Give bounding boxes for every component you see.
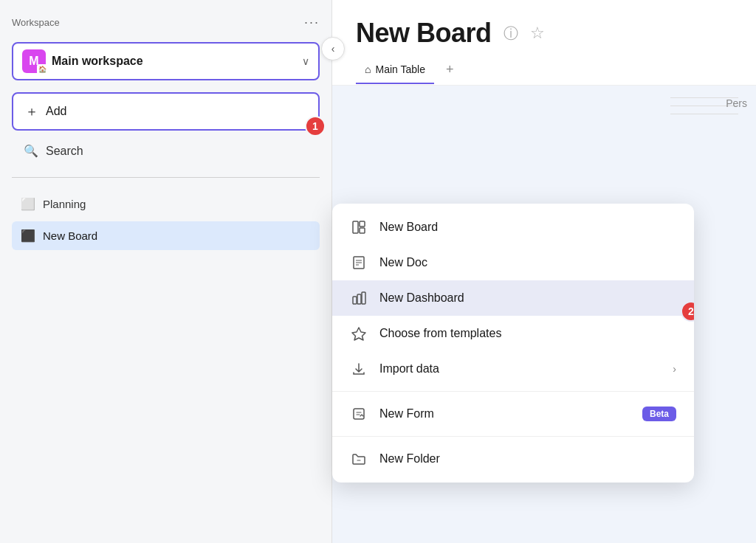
sidebar-item-planning[interactable]: ⬜ Planning xyxy=(12,190,320,218)
workspace-selector[interactable]: M 🏠 Main workspace ∨ xyxy=(12,42,320,80)
new-form-icon xyxy=(350,407,368,421)
add-dropdown-menu: New Board New Doc xyxy=(332,204,694,483)
board-icon: ⬜ xyxy=(21,197,35,211)
menu-item-new-form-label: New Form xyxy=(379,407,630,421)
menu-item-new-form[interactable]: New Form Beta xyxy=(332,396,694,432)
main-content: New Board ⓘ ☆ ⌂ Main Table + Pers xyxy=(332,0,756,543)
page-title: New Board xyxy=(356,18,492,49)
tab-add-button[interactable]: + xyxy=(440,55,460,85)
new-doc-icon xyxy=(350,255,368,270)
sidebar-header: Workspace ··· xyxy=(12,15,320,30)
sidebar-item-newboard[interactable]: ⬛ New Board xyxy=(12,221,320,250)
svg-rect-2 xyxy=(360,228,365,233)
svg-rect-7 xyxy=(353,297,357,304)
sidebar-item-newboard-label: New Board xyxy=(43,229,97,242)
sidebar-workspace-label: Workspace xyxy=(12,17,60,28)
menu-divider-2 xyxy=(332,436,694,437)
sidebar: Workspace ··· M 🏠 Main workspace ∨ ＋ Add… xyxy=(0,0,332,543)
svg-rect-8 xyxy=(357,294,361,304)
menu-item-new-folder-label: New Folder xyxy=(379,452,676,466)
tab-bar: ⌂ Main Table + xyxy=(332,55,756,86)
svg-rect-11 xyxy=(354,409,364,419)
sidebar-item-planning-label: Planning xyxy=(43,198,86,210)
menu-item-new-dashboard[interactable]: New Dashboard 2 xyxy=(332,280,694,316)
menu-item-templates-label: Choose from templates xyxy=(379,327,676,340)
menu-item-import[interactable]: Import data › xyxy=(332,351,694,387)
new-folder-icon xyxy=(350,452,368,466)
main-header: New Board ⓘ ☆ xyxy=(332,0,756,49)
search-icon: 🔍 xyxy=(24,144,38,158)
plus-icon: ＋ xyxy=(25,103,38,120)
column-label-pers: Pers xyxy=(717,91,756,115)
sidebar-more-button[interactable]: ··· xyxy=(304,15,320,30)
star-icon[interactable]: ☆ xyxy=(530,24,545,43)
add-button-label: Add xyxy=(46,105,66,118)
menu-divider-1 xyxy=(332,391,694,392)
home-tab-icon: ⌂ xyxy=(365,63,371,75)
home-icon: 🏠 xyxy=(37,64,47,75)
tab-main-table[interactable]: ⌂ Main Table xyxy=(356,56,434,84)
menu-item-new-board[interactable]: New Board xyxy=(332,210,694,245)
search-button[interactable]: 🔍 Search xyxy=(12,136,320,165)
beta-badge: Beta xyxy=(642,407,676,421)
add-button[interactable]: ＋ Add 1 xyxy=(12,92,320,131)
board-icon-active: ⬛ xyxy=(21,229,35,243)
workspace-avatar: M 🏠 xyxy=(22,49,46,73)
tab-main-table-label: Main Table xyxy=(375,63,425,75)
workspace-name: Main workspace xyxy=(52,55,296,68)
main-body: Pers New Board xyxy=(332,86,756,543)
import-arrow-icon: › xyxy=(673,363,676,375)
new-dashboard-icon xyxy=(350,291,368,305)
menu-item-new-doc[interactable]: New Doc xyxy=(332,245,694,280)
menu-item-new-dashboard-label: New Dashboard xyxy=(379,291,676,305)
svg-rect-1 xyxy=(360,221,365,226)
menu-item-new-doc-label: New Doc xyxy=(379,256,676,269)
menu-item-new-board-label: New Board xyxy=(379,221,676,234)
menu-item-templates[interactable]: Choose from templates xyxy=(332,316,694,351)
new-board-icon xyxy=(350,220,368,235)
menu-item-import-label: Import data xyxy=(379,362,661,376)
chevron-down-icon: ∨ xyxy=(302,55,309,67)
info-icon[interactable]: ⓘ xyxy=(504,24,518,44)
sidebar-collapse-button[interactable]: ‹ xyxy=(321,37,345,60)
sidebar-divider xyxy=(12,177,320,178)
svg-marker-10 xyxy=(352,328,365,340)
menu-item-new-folder[interactable]: New Folder xyxy=(332,441,694,477)
svg-rect-0 xyxy=(353,221,358,233)
import-icon xyxy=(350,362,368,376)
step-badge-1: 1 xyxy=(305,116,326,136)
templates-icon xyxy=(350,326,368,341)
svg-rect-9 xyxy=(362,292,365,304)
search-label: Search xyxy=(46,145,83,158)
